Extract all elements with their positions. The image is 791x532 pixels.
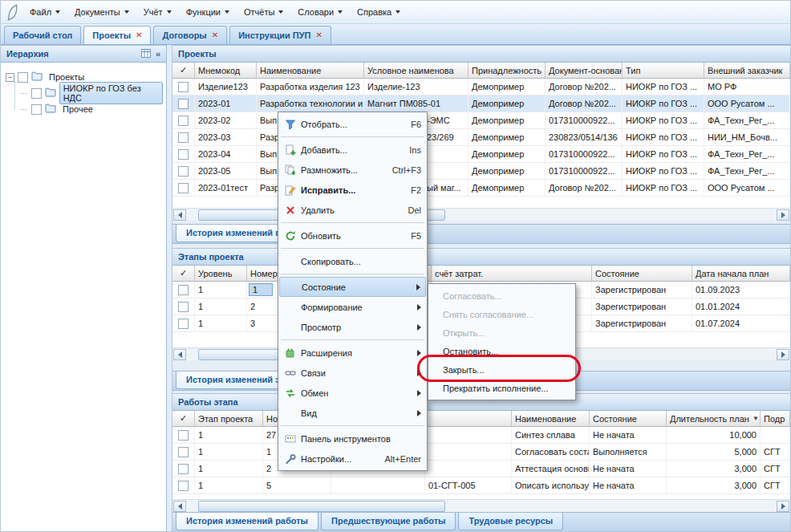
scroll-left-button[interactable] [173, 501, 186, 512]
add-icon [282, 144, 298, 156]
column-header[interactable]: Этап проекта [195, 411, 263, 427]
menu-item-links[interactable]: Связи [279, 363, 426, 383]
column-header-check[interactable]: ✓ [172, 63, 195, 79]
menu-item-filter[interactable]: Отобрать... F6 [279, 114, 426, 134]
column-header[interactable]: Условное наименова [364, 63, 469, 79]
scroll-right-button[interactable] [777, 501, 789, 512]
close-icon[interactable]: ✕ [212, 31, 218, 39]
row-checkbox[interactable] [178, 302, 189, 312]
tree-node-niokr[interactable]: НИОКР по ГОЗ без НДС [20, 85, 163, 101]
column-header[interactable] [425, 411, 512, 427]
tab-projects[interactable]: Проекты✕ [83, 26, 151, 44]
column-header[interactable]: Принадлежность [469, 63, 546, 79]
tree-checkbox[interactable] [31, 88, 42, 99]
row-checkbox[interactable] [178, 149, 189, 160]
tree-checkbox[interactable] [31, 104, 42, 115]
tab-work-history[interactable]: История изменений работы [176, 513, 318, 530]
tab-predecessor-works[interactable]: Предшествующие работы [321, 513, 456, 530]
menu-item-edit[interactable]: Исправить... F2 [279, 180, 426, 200]
column-header[interactable]: счёт затрат. [432, 266, 592, 282]
table-row[interactable]: 2023-05 Вып Демопример 017310000922... Н… [172, 163, 790, 180]
scroll-right-button[interactable] [777, 349, 789, 360]
column-header[interactable]: Внешний заказчик [704, 63, 790, 79]
menu-item-toolbar[interactable]: Панель инструментов [279, 428, 426, 449]
menubar-item-accounting[interactable]: Учёт [136, 4, 179, 20]
menu-item-state[interactable]: Состояние [279, 277, 426, 297]
tab-contracts[interactable]: Договоры✕ [153, 26, 227, 44]
menubar-item-help[interactable]: Справка [350, 4, 408, 20]
state-submenu: Согласовать... Снять согласование... Отк… [428, 283, 576, 400]
expander-icon[interactable]: − [6, 73, 14, 82]
column-header[interactable]: Состояние [590, 411, 667, 427]
row-checkbox[interactable] [178, 430, 189, 441]
menubar-item-functions[interactable]: Функции [179, 4, 237, 20]
horizontal-scrollbar[interactable] [172, 208, 790, 221]
row-checkbox[interactable] [178, 99, 189, 109]
menu-item-open[interactable]: Открыть... [429, 323, 574, 342]
table-row[interactable]: 2023-01тест Разр ый маг... Демопример До… [172, 180, 790, 197]
tab-labor-resources[interactable]: Трудовые ресурсы [458, 513, 563, 530]
column-header[interactable]: Мнемокод [195, 63, 257, 79]
tree-checkbox[interactable] [18, 72, 28, 83]
collapse-panel-icon[interactable]: « [156, 49, 160, 59]
column-header[interactable]: Уровень [195, 266, 247, 282]
column-header[interactable]: Дата начала план [692, 266, 790, 282]
row-checkbox[interactable] [178, 166, 189, 177]
menu-item-settings[interactable]: Настройки... Alt+Enter [279, 449, 426, 469]
table-row[interactable]: 1 5 01-СГТ-005 Описать используемую техн… [172, 477, 790, 494]
table-row[interactable]: 2023-02 Вып -ЭМС Демопример 017310000922… [172, 112, 790, 129]
folder-icon [45, 87, 56, 99]
menu-item-view[interactable]: Вид [279, 403, 426, 423]
table-row-selected[interactable]: 2023-01 Разработка технологии и Магнит П… [172, 95, 790, 112]
table-view-icon[interactable] [141, 49, 151, 59]
column-header[interactable]: Наименование [512, 411, 590, 427]
menu-item-copy[interactable]: Скопировать... [279, 251, 426, 271]
column-header[interactable]: Документ-основан [546, 63, 623, 79]
row-checkbox[interactable] [178, 116, 189, 126]
column-header-check[interactable]: ✓ [172, 411, 195, 427]
menu-item-approve[interactable]: Согласовать... [429, 286, 574, 305]
scrollbar-thumb[interactable] [198, 501, 445, 512]
row-checkbox[interactable] [178, 319, 189, 329]
close-icon[interactable]: ✕ [136, 31, 142, 39]
row-checkbox[interactable] [178, 183, 189, 193]
menubar-item-dictionaries[interactable]: Словари [290, 4, 350, 20]
row-checkbox[interactable] [178, 132, 189, 143]
table-row[interactable]: 2023-04 Вып Демопример 017310000922... Н… [172, 146, 790, 163]
table-row[interactable]: 2023-03 Разр 23/269 Демопример 230823/05… [172, 129, 790, 146]
tab-desktop[interactable]: Рабочий стол [4, 26, 81, 44]
menu-item-add[interactable]: Добавить... Ins [279, 140, 426, 160]
table-row[interactable]: Изделие123 Разработка изделия 123 Издели… [172, 79, 790, 95]
menu-item-preview[interactable]: Просмотр [279, 317, 426, 337]
horizontal-scrollbar[interactable] [172, 499, 790, 512]
menu-item-exchange[interactable]: Обмен [279, 383, 426, 403]
menu-item-refresh[interactable]: Обновить F5 [279, 225, 426, 246]
column-header[interactable]: Наименование [257, 63, 364, 79]
menubar-item-file[interactable]: Файл [22, 4, 67, 20]
table-row[interactable]: 1 2 Аттестация основного и примесног... … [172, 461, 790, 477]
menu-item-extensions[interactable]: Расширения [279, 343, 426, 363]
menubar-item-documents[interactable]: Документы [67, 4, 136, 20]
column-header-check[interactable]: ✓ [172, 266, 195, 282]
close-icon[interactable]: ✕ [315, 31, 322, 39]
table-row[interactable]: 1 27 Синтез сплава Не начата 10,000 [172, 427, 790, 444]
row-checkbox[interactable] [178, 447, 189, 457]
menu-item-duplicate[interactable]: Размножить... Ctrl+F3 [279, 160, 426, 180]
scroll-left-button[interactable] [173, 349, 186, 360]
row-checkbox[interactable] [178, 464, 189, 474]
row-checkbox[interactable] [178, 285, 189, 295]
menu-item-delete[interactable]: Удалить Del [279, 200, 426, 220]
menu-item-unapprove[interactable]: Снять согласование... [429, 305, 574, 323]
table-row[interactable]: 1 1 Согласовать состав с Заказчиком Выпо… [172, 444, 790, 461]
menubar-item-reports[interactable]: Отчёты [237, 4, 290, 20]
row-checkbox[interactable] [178, 481, 189, 491]
column-header[interactable]: Состояние [592, 266, 692, 282]
row-checkbox[interactable] [178, 82, 189, 92]
column-header-sorted[interactable]: Длительность план ▼ [667, 411, 761, 427]
scroll-left-button[interactable] [173, 209, 186, 221]
tab-pup-instructions[interactable]: Инструкции ПУП✕ [229, 26, 331, 44]
column-header[interactable]: Тип [623, 63, 704, 79]
scroll-right-button[interactable] [777, 209, 789, 221]
menu-item-formation[interactable]: Формирование [279, 297, 426, 317]
column-header[interactable]: Подр [761, 411, 790, 427]
